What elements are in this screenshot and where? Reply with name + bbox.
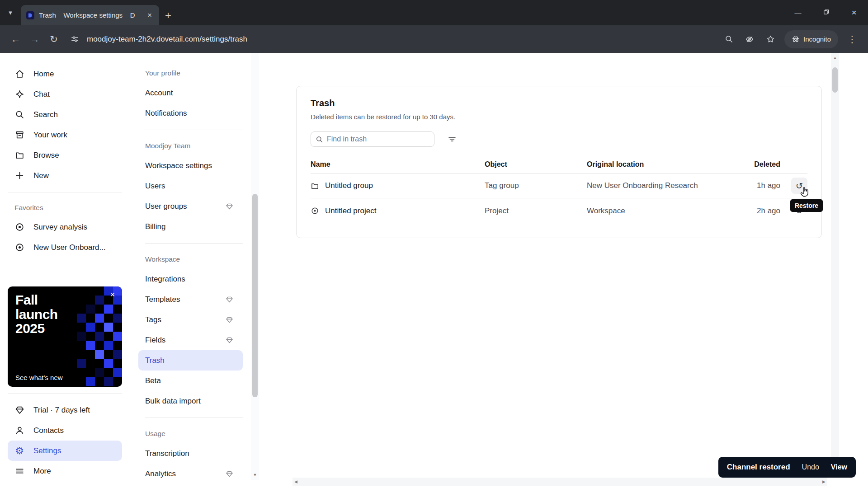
settings-item-label: Workspace settings <box>145 161 212 170</box>
settings-section-header: Workspace <box>130 250 251 269</box>
table-row[interactable]: Untitled project Project Workspace 2h ag… <box>311 198 807 223</box>
incognito-label: Incognito <box>803 35 831 43</box>
sidebar-item-label: Trial · 7 days left <box>33 406 90 415</box>
settings-item-user-groups[interactable]: User groups <box>138 196 243 216</box>
scroll-down-icon[interactable]: ▼ <box>251 473 259 477</box>
search-icon <box>316 136 323 143</box>
sidebar-item-browse[interactable]: Browse <box>8 145 122 165</box>
promo-cta-link[interactable]: See what's new <box>15 374 63 381</box>
browser-menu-button[interactable]: ⋮ <box>843 30 862 49</box>
preview-hidden-button[interactable] <box>740 30 759 49</box>
table-row[interactable]: Untitled group Tag group New User Onboar… <box>311 174 807 198</box>
settings-item-bulk-data-import[interactable]: Bulk data import <box>138 391 243 411</box>
favorite-item-label: New User Onboard... <box>33 243 106 252</box>
tab-close-icon[interactable]: × <box>145 10 155 20</box>
settings-item-label: Fields <box>145 336 165 345</box>
person-icon <box>14 426 24 436</box>
promo-card[interactable]: Fall launch 2025 × See what's new <box>8 286 122 387</box>
toast-view-button[interactable]: View <box>831 463 847 471</box>
sparkle-icon <box>14 89 24 99</box>
filter-button[interactable] <box>444 131 460 147</box>
sidebar-item-your-work[interactable]: Your work <box>8 125 122 145</box>
sidebar-item-settings[interactable]: ⚙ Settings <box>8 441 122 461</box>
window-controls: — × <box>784 0 868 25</box>
minimize-icon: — <box>795 9 802 17</box>
scrollbar-thumb[interactable] <box>832 67 838 93</box>
sidebar-item-new[interactable]: New <box>8 165 122 186</box>
settings-item-tags[interactable]: Tags <box>138 310 243 330</box>
new-tab-button[interactable]: + <box>159 5 177 25</box>
url-text[interactable]: moodjoy-team-2h2v.dovetail.com/settings/… <box>87 35 247 44</box>
favorite-item-new-user-onboarding[interactable]: New User Onboard... <box>8 237 122 258</box>
settings-item-billing[interactable]: Billing <box>138 216 243 237</box>
back-icon: ← <box>11 34 21 45</box>
favorite-item-survey-analysis[interactable]: Survey analysis <box>8 217 122 237</box>
app-sidebar: Home Chat Search Your work Browse New Fa… <box>0 53 130 488</box>
toast-message: Channel restored <box>727 463 790 472</box>
settings-item-notifications[interactable]: Notifications <box>138 103 243 123</box>
settings-section-header: Moodjoy Team <box>130 136 251 155</box>
mouse-cursor <box>799 187 810 200</box>
cell-object: Tag group <box>485 181 587 190</box>
cell-location: Workspace <box>587 206 726 216</box>
settings-item-workspace-settings[interactable]: Workspace settings <box>138 155 243 176</box>
tab-search-button[interactable]: ▾ <box>0 0 21 25</box>
sidebar-divider <box>8 393 122 394</box>
settings-item-transcription[interactable]: Transcription <box>138 443 243 464</box>
promo-close-icon[interactable]: × <box>107 289 118 300</box>
site-info-button[interactable] <box>68 30 81 49</box>
plus-icon: + <box>165 9 171 22</box>
sidebar-item-label: Settings <box>33 446 61 455</box>
settings-item-trash[interactable]: Trash <box>138 350 243 371</box>
omnibox[interactable]: moodjoy-team-2h2v.dovetail.com/settings/… <box>63 30 719 49</box>
menu-icon <box>14 466 24 476</box>
tab-title: Trash – Workspace settings – D <box>39 11 140 19</box>
reload-button[interactable]: ↻ <box>44 30 63 49</box>
sidebar-item-label: Search <box>33 110 58 119</box>
sidebar-item-label: Chat <box>33 90 50 99</box>
back-button[interactable]: ← <box>6 30 25 49</box>
eye-off-icon <box>745 35 754 44</box>
scroll-right-icon[interactable]: ▶ <box>822 479 826 484</box>
window-minimize-button[interactable]: — <box>784 0 812 25</box>
settings-nav-scrollbar[interactable]: ▼ <box>251 53 259 480</box>
sidebar-item-search[interactable]: Search <box>8 104 122 125</box>
sidebar-item-label: Home <box>33 70 54 79</box>
settings-item-account[interactable]: Account <box>138 83 243 103</box>
scroll-left-icon[interactable]: ◀ <box>294 479 297 484</box>
settings-item-analytics[interactable]: Analytics <box>138 464 243 484</box>
main-vertical-scrollbar[interactable]: ▲ <box>831 53 839 478</box>
settings-item-templates[interactable]: Templates <box>138 289 243 310</box>
settings-item-label: Users <box>145 182 165 191</box>
window-close-button[interactable]: × <box>840 0 868 25</box>
incognito-badge[interactable]: Incognito <box>784 30 838 48</box>
search-row <box>311 131 807 147</box>
sidebar-item-contacts[interactable]: Contacts <box>8 420 122 441</box>
settings-item-beta[interactable]: Beta <box>138 371 243 391</box>
zoom-button[interactable] <box>719 30 738 49</box>
sidebar-item-chat[interactable]: Chat <box>8 84 122 104</box>
search-input[interactable] <box>327 135 429 143</box>
browser-tab[interactable]: Trash – Workspace settings – D × <box>21 5 159 25</box>
window-restore-button[interactable] <box>812 0 840 25</box>
settings-item-users[interactable]: Users <box>138 176 243 196</box>
sidebar-item-more[interactable]: More <box>8 461 122 481</box>
settings-item-label: Account <box>145 89 173 98</box>
forward-button[interactable]: → <box>25 30 44 49</box>
sidebar-item-home[interactable]: Home <box>8 64 122 84</box>
main-horizontal-scrollbar[interactable]: ◀ ▶ <box>292 478 827 486</box>
bookmark-button[interactable] <box>761 30 780 49</box>
cell-deleted: 2h ago <box>726 206 780 216</box>
settings-item-label: Tags <box>145 315 161 324</box>
item-name: Untitled project <box>325 206 376 216</box>
toast-undo-button[interactable]: Undo <box>802 463 819 471</box>
sidebar-item-trial[interactable]: Trial · 7 days left <box>8 400 122 420</box>
scrollbar-thumb[interactable] <box>252 194 258 397</box>
settings-item-integrations[interactable]: Integrations <box>138 269 243 289</box>
scroll-up-icon[interactable]: ▲ <box>831 56 839 60</box>
trash-search-box[interactable] <box>311 131 434 147</box>
settings-item-fields[interactable]: Fields <box>138 330 243 350</box>
cell-deleted: 1h ago <box>726 181 780 190</box>
table-header-row: Name Object Original location Deleted <box>311 155 807 174</box>
gem-badge-icon <box>226 296 233 303</box>
